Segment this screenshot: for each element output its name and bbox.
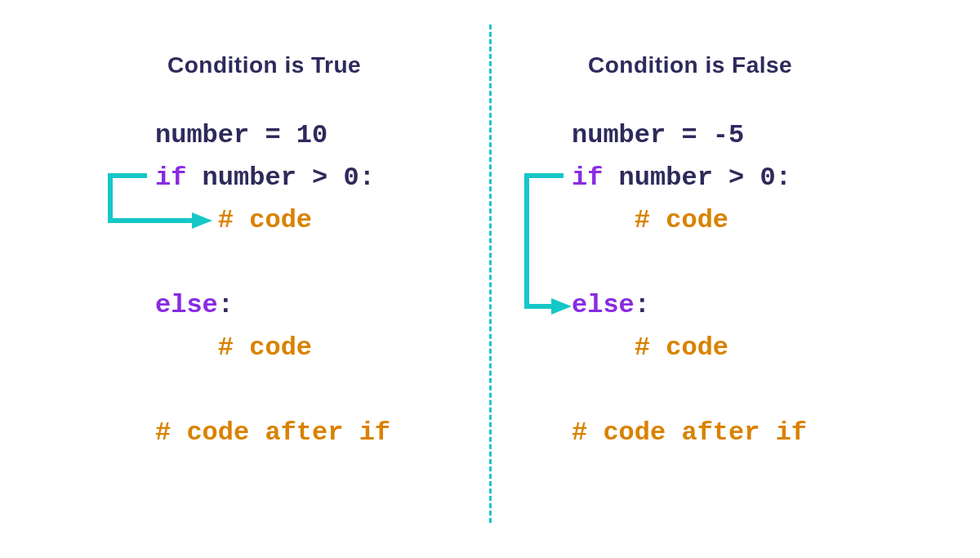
token-else-body: # code xyxy=(155,333,312,363)
code-false: number = -5 if number > 0: # code else: … xyxy=(572,114,807,454)
token-if-body: # code xyxy=(572,205,728,235)
token-value: -5 xyxy=(713,120,744,150)
heading-false: Condition is False xyxy=(588,52,792,78)
token-number: number xyxy=(572,120,666,150)
token-else-colon: : xyxy=(218,290,234,320)
arrow-false-branch xyxy=(514,163,580,327)
token-else: else xyxy=(155,290,218,320)
token-else-body: # code xyxy=(572,333,728,363)
svg-marker-1 xyxy=(551,298,572,315)
svg-marker-0 xyxy=(192,212,212,229)
token-value: 10 xyxy=(296,120,327,150)
arrow-true-branch xyxy=(98,163,229,237)
diagram-stage: Condition is True number = 10 if number … xyxy=(0,0,980,558)
token-eq: = xyxy=(249,120,296,150)
token-after-if: # code after if xyxy=(155,417,390,448)
token-else-colon: : xyxy=(635,290,650,320)
heading-true: Condition is True xyxy=(167,52,361,78)
token-number: number xyxy=(155,120,249,150)
token-condition: number > 0: xyxy=(603,163,791,193)
token-after-if: # code after if xyxy=(572,417,807,448)
token-eq: = xyxy=(666,120,713,150)
token-else: else xyxy=(572,290,635,320)
vertical-divider xyxy=(489,25,492,523)
